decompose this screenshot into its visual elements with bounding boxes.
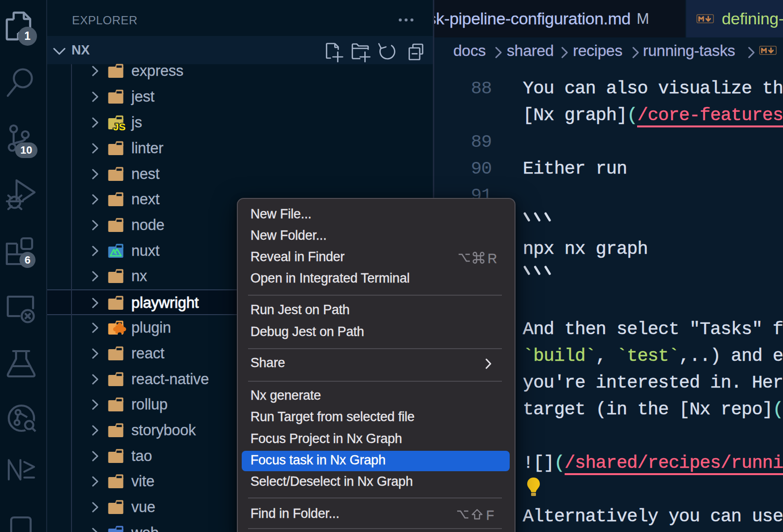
svg-text:JS: JS (113, 121, 126, 132)
